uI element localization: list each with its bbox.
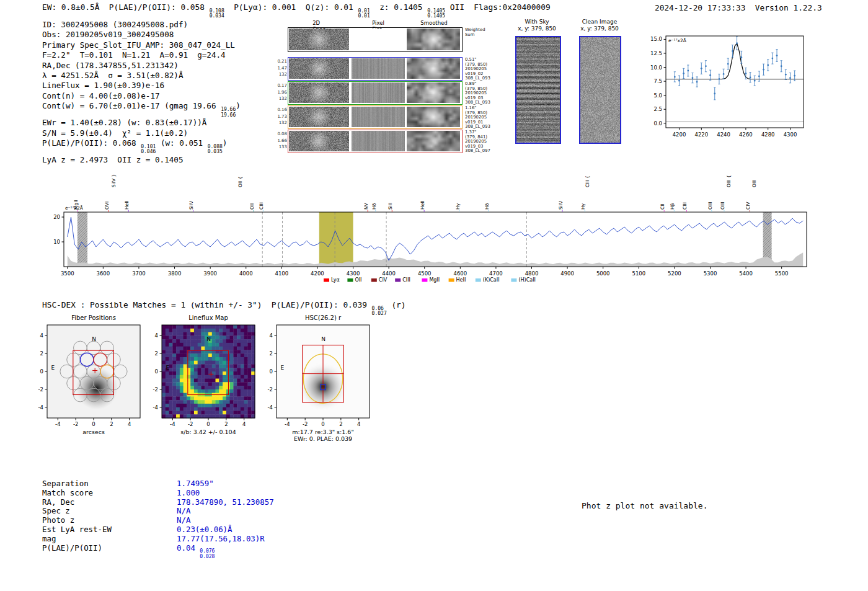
lineflux-cell: [166, 404, 169, 407]
lineflux-cell: [190, 375, 194, 379]
lineflux-cell: [180, 350, 184, 353]
match-table-value: 0.04 0.0760.028: [177, 543, 215, 560]
lineflux-cell: [216, 379, 219, 383]
lineflux-cell: [241, 357, 244, 361]
legend-label: CIV: [379, 277, 388, 283]
lineflux-cell: [216, 357, 219, 361]
cutout-row: [288, 105, 463, 129]
lineflux-cell: [216, 400, 219, 404]
lineflux-cell: [230, 411, 234, 414]
lineflux-cell: [241, 393, 244, 397]
lineflux-cell: [219, 339, 223, 343]
text-segment: 17.77(17.56,18.03)R: [177, 534, 265, 543]
lineflux-cell: [226, 414, 230, 418]
lineflux-cell: [233, 379, 237, 383]
legend-swatch: [347, 278, 353, 282]
lineflux-cell: [237, 364, 241, 368]
y-tick-label: 10.0: [650, 64, 662, 71]
lineflux-cell: [162, 393, 166, 397]
lineflux-cell: [216, 386, 219, 389]
data-point: [794, 75, 795, 77]
lineflux-cell: [216, 371, 219, 375]
lineflux-cell: [237, 368, 241, 371]
lineflux-cell: [212, 335, 216, 339]
x-tick-label: 3800: [168, 270, 182, 277]
x-tick-label: 5500: [775, 270, 789, 277]
lineflux-cell: [176, 375, 180, 379]
lineflux-cell: [194, 411, 198, 414]
cutout-smoothed-image: [407, 131, 460, 151]
lineflux-cell: [230, 350, 234, 353]
lineflux-cell: [237, 389, 241, 393]
lineflux-cell: [194, 368, 198, 371]
panel-xlabel: arcsecs: [82, 429, 105, 435]
lineflux-cell: [166, 375, 169, 379]
text-segment: N/A: [177, 515, 190, 525]
lineflux-cell: [176, 379, 180, 383]
text-segment: z: 0.1405: [370, 2, 427, 12]
lineflux-cell: [169, 382, 173, 386]
lineflux-cell: [241, 343, 244, 347]
lineflux-cell: [223, 407, 226, 411]
lineflux-cell: [237, 407, 241, 411]
clean-image-title: Clean Image: [572, 19, 627, 25]
info-line: S/N = 5.9(±0.4) χ² = 1.1(±0.2): [42, 128, 241, 138]
lineflux-cell: [172, 364, 176, 368]
lineflux-cell: [237, 343, 241, 347]
lineflux-cell: [172, 414, 176, 418]
match-table-row: P(LAE)/P(OII): [42, 543, 102, 553]
x-tick-label: 5100: [632, 270, 645, 277]
cutout-row-annotation: 1.16"(379, 850)20190205v019_01308_LL_093: [465, 106, 505, 130]
lineflux-cell: [212, 343, 216, 347]
lineflux-cell: [162, 407, 166, 411]
lineflux-cell: [233, 414, 237, 418]
error-range-fraction: 0.0880.035: [208, 144, 223, 155]
y-tick-label: 0.0: [653, 120, 662, 127]
data-point: [776, 55, 778, 56]
lineflux-cell: [237, 353, 241, 357]
lineflux-cell: [230, 404, 234, 407]
lineflux-cell: [233, 407, 237, 411]
lineflux-cell: [180, 347, 184, 350]
lineflux-cell: [212, 404, 216, 407]
lineflux-cell: [244, 347, 248, 350]
lineflux-cell: [172, 382, 176, 386]
lineflux-cell: [230, 375, 234, 379]
lineflux-cell: [212, 375, 216, 379]
lineflux-cell: [230, 382, 234, 386]
x-tick-label: 4240: [717, 131, 730, 138]
sub-value: 0.1405: [427, 14, 445, 19]
lineflux-cell: [172, 325, 176, 329]
lineflux-cell: [219, 379, 223, 383]
lineflux-cell: [233, 375, 237, 379]
lineflux-cell: [169, 379, 173, 383]
fiber-positions-panel: Fiber Positions-4-2024-4-2024arcsecsNE: [22, 314, 156, 445]
lineflux-cell: [233, 393, 237, 397]
lineflux-cell: [216, 353, 219, 357]
match-table-label: mag: [42, 534, 56, 543]
lineflux-cell: [190, 361, 194, 365]
cutout-column-header: Smoothed: [420, 20, 447, 26]
lineflux-cell: [233, 347, 237, 350]
lineflux-cell: [176, 339, 180, 343]
lineflux-cell: [241, 411, 244, 414]
cutout-smoothed-image: [407, 107, 460, 127]
lineflux-cell: [233, 343, 237, 347]
legend-label: Lyα: [331, 277, 340, 283]
lineflux-cell: [162, 368, 166, 371]
cutout-row: [288, 57, 463, 81]
lineflux-cell: [237, 386, 241, 389]
lineflux-cell: [172, 407, 176, 411]
text-segment: 1.000: [177, 488, 200, 497]
y-tick-label: 0: [270, 368, 273, 375]
cutout-pixelflat-image: [352, 82, 405, 103]
lineflux-cell: [184, 407, 187, 411]
lineflux-cell: [212, 357, 216, 361]
emission-line-label: Hδ: [371, 203, 377, 210]
lineflux-cell: [194, 361, 198, 365]
lineflux-cell: [169, 329, 173, 332]
lineflux-cell: [172, 357, 176, 361]
lineflux-cell: [223, 325, 226, 329]
data-point: [709, 74, 711, 76]
data-point: [678, 80, 680, 82]
